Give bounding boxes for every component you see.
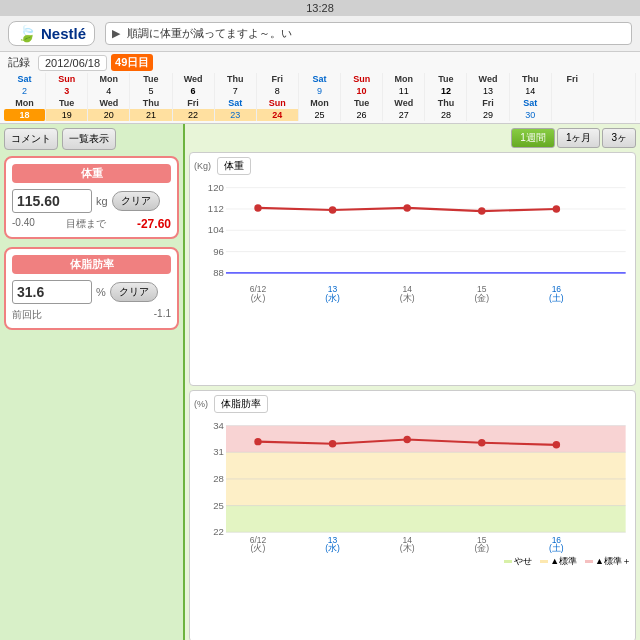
svg-point-40 [329,440,336,447]
cal-header: Thu [425,97,467,109]
legend-label-standard-plus: ▲標準＋ [595,555,631,568]
cal-header: Tue [130,73,172,85]
weight-unit: kg [96,195,108,207]
cal-header: Thu [510,73,552,85]
legend-dot-yase [504,560,512,563]
calendar-header: 記録 2012/06/18 49日目 [4,54,636,71]
cal-date[interactable]: 5 [130,85,172,97]
left-panel: コメント 一覧表示 体重 kg クリア -0.40 目標まで -27.60 体脂… [0,124,185,640]
cal-header: Wed [383,97,425,109]
cal-date[interactable]: 30 [510,109,552,121]
svg-text:(土): (土) [549,293,564,303]
cal-header: Thu [215,73,257,85]
cal-date[interactable]: 29 [467,109,509,121]
cal-week2-headers: Mon Tue Wed Thu Fri Sat Sun Mon Tue Wed … [4,97,636,109]
cal-date[interactable]: 4 [88,85,130,97]
svg-point-41 [403,435,410,442]
svg-point-14 [478,207,485,214]
weight-change: -0.40 [12,217,35,231]
right-panel: 1週間 1ヶ月 3ヶ (Kg) 体重 120 112 104 96 [185,124,640,640]
cal-date[interactable]: 7 [215,85,257,97]
cal-date[interactable]: 28 [425,109,467,121]
fat-card-title: 体脂肪率 [12,255,171,274]
cal-date[interactable]: 11 [383,85,425,97]
marquee-arrow: ▶ [112,27,120,39]
cal-date[interactable]: 2 [4,85,46,97]
svg-point-39 [254,438,261,445]
cal-date[interactable]: 20 [88,109,130,121]
fat-change-label: 前回比 [12,308,42,322]
day-count-badge: 49日目 [111,54,153,71]
svg-text:112: 112 [208,203,224,214]
cal-date[interactable] [552,85,594,97]
cal-date[interactable]: 24 [257,109,299,121]
cal-date[interactable]: 22 [173,109,215,121]
cal-header [594,73,636,85]
cal-header: Fri [173,97,215,109]
calendar-title: 記録 [8,55,30,70]
logo-area: 🍃 Nestlé [8,21,95,46]
cal-header: Tue [425,73,467,85]
weight-card: 体重 kg クリア -0.40 目標まで -27.60 [4,156,179,239]
comment-button[interactable]: コメント [4,128,58,150]
status-time: 13:28 [306,2,334,14]
svg-text:120: 120 [208,182,224,193]
header: 🍃 Nestlé ▶ 順調に体重が減ってますよ～。い [0,16,640,52]
cal-date[interactable]: 12 [425,85,467,97]
cal-date[interactable]: 23 [215,109,257,121]
fat-clear-button[interactable]: クリア [110,282,158,302]
svg-rect-28 [226,505,626,532]
cal-date[interactable]: 14 [510,85,552,97]
chart-controls: 1週間 1ヶ月 3ヶ [189,128,636,148]
svg-text:22: 22 [213,526,224,537]
cal-date[interactable]: 8 [257,85,299,97]
weight-target-label: 目標まで [66,217,106,231]
cal-header: Thu [130,97,172,109]
svg-point-42 [478,439,485,446]
cal-date[interactable]: 26 [341,109,383,121]
legend-dot-standard-plus [585,560,593,563]
cal-date[interactable]: 27 [383,109,425,121]
svg-text:31: 31 [213,446,224,457]
ctrl-1week-button[interactable]: 1週間 [511,128,555,148]
fat-card: 体脂肪率 % クリア 前回比 -1.1 [4,247,179,330]
fat-y-label: (%) [194,399,208,409]
cal-date[interactable]: 6 [173,85,215,97]
weight-clear-button[interactable]: クリア [112,191,160,211]
svg-text:(木): (木) [400,293,415,303]
ctrl-3month-button[interactable]: 3ヶ [602,128,636,148]
cal-date[interactable]: 3 [46,85,88,97]
legend-item-yase: やせ [504,555,532,568]
chart-legend: やせ ▲標準 ▲標準＋ [194,555,631,568]
cal-date-today[interactable]: 18 [4,109,46,121]
fat-input[interactable] [12,280,92,304]
svg-rect-26 [226,425,626,452]
logo-text: Nestlé [41,25,86,42]
cal-header: Sat [299,73,341,85]
svg-point-43 [553,441,560,448]
list-button[interactable]: 一覧表示 [62,128,116,150]
svg-text:(水): (水) [325,293,340,303]
cal-header: Sat [510,97,552,109]
svg-point-13 [403,204,410,211]
cal-header [594,97,636,109]
legend-label-standard: ▲標準 [550,555,577,568]
weight-sub-info: -0.40 目標まで -27.60 [12,217,171,231]
svg-text:25: 25 [213,499,224,510]
cal-header: Mon [299,97,341,109]
cal-date[interactable]: 13 [467,85,509,97]
cal-date[interactable]: 10 [341,85,383,97]
weight-input[interactable] [12,189,92,213]
legend-dot-standard [540,560,548,563]
cal-date[interactable]: 25 [299,109,341,121]
svg-text:(火): (火) [251,293,266,303]
svg-text:104: 104 [208,224,225,235]
fat-chart-title: 体脂肪率 [214,395,268,413]
ctrl-1month-button[interactable]: 1ヶ月 [557,128,601,148]
cal-date[interactable]: 21 [130,109,172,121]
cal-date[interactable]: 9 [299,85,341,97]
cal-week2-dates: 18 19 20 21 22 23 24 25 26 27 28 29 30 [4,109,636,121]
cal-date[interactable]: 19 [46,109,88,121]
svg-text:96: 96 [213,246,224,257]
calendar-section: 記録 2012/06/18 49日目 Sat Sun Mon Tue Wed T… [0,52,640,124]
